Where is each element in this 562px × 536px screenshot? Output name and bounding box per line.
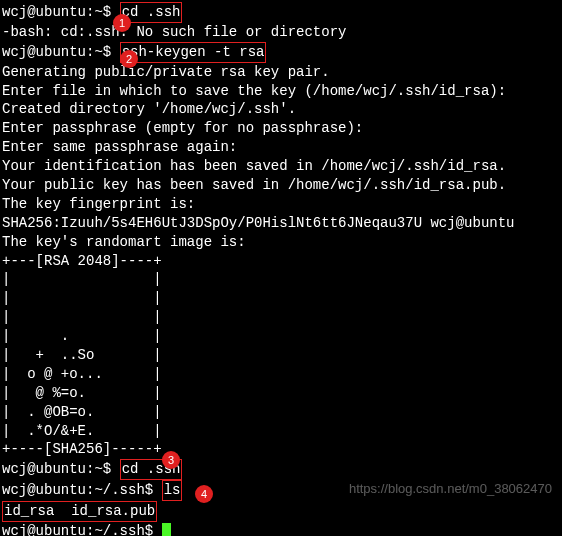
randomart-line: | | xyxy=(2,308,560,327)
prompt: wcj@ubuntu:~/.ssh$ xyxy=(2,523,162,536)
randomart-line: | | xyxy=(2,270,560,289)
randomart-line: | o @ +o... | xyxy=(2,365,560,384)
command-highlight-ls: ls xyxy=(162,480,183,501)
terminal-line: wcj@ubuntu:~$ cd .ssh xyxy=(2,2,560,23)
terminal-output: Generating public/private rsa key pair. xyxy=(2,63,560,82)
output-highlight-keys: id_rsa id_rsa.pub xyxy=(2,501,157,522)
terminal-line: wcj@ubuntu:~$ cd .ssh xyxy=(2,459,560,480)
terminal-output: The key fingerprint is: xyxy=(2,195,560,214)
randomart-line: | .*O/&+E. | xyxy=(2,422,560,441)
terminal-output: id_rsa id_rsa.pub xyxy=(2,501,560,522)
prompt: wcj@ubuntu:~$ xyxy=(2,4,120,20)
randomart-line: | . | xyxy=(2,327,560,346)
randomart-line: | + ..So | xyxy=(2,346,560,365)
terminal-output: Enter file in which to save the key (/ho… xyxy=(2,82,560,101)
randomart-line: | | xyxy=(2,289,560,308)
terminal-line[interactable]: wcj@ubuntu:~/.ssh$ xyxy=(2,522,560,536)
terminal-line: wcj@ubuntu:~/.ssh$ ls xyxy=(2,480,560,501)
terminal-output: -bash: cd:.ssh: No such file or director… xyxy=(2,23,560,42)
randomart-line: +---[RSA 2048]----+ xyxy=(2,252,560,271)
prompt: wcj@ubuntu:~$ xyxy=(2,44,120,60)
terminal-line: wcj@ubuntu:~$ ssh-keygen -t rsa xyxy=(2,42,560,63)
randomart-line: | @ %=o. | xyxy=(2,384,560,403)
terminal-output: Enter same passphrase again: xyxy=(2,138,560,157)
terminal-output: The key's randomart image is: xyxy=(2,233,560,252)
prompt: wcj@ubuntu:~/.ssh$ xyxy=(2,482,162,498)
annotation-badge-1: 1 xyxy=(113,14,131,32)
terminal-output: Enter passphrase (empty for no passphras… xyxy=(2,119,560,138)
annotation-badge-3: 3 xyxy=(162,451,180,469)
command-highlight-ssh-keygen: ssh-keygen -t rsa xyxy=(120,42,267,63)
prompt: wcj@ubuntu:~$ xyxy=(2,461,120,477)
cursor xyxy=(162,523,171,536)
terminal-output: Your public key has been saved in /home/… xyxy=(2,176,560,195)
terminal-output: Your identification has been saved in /h… xyxy=(2,157,560,176)
randomart-line: | . @OB=o. | xyxy=(2,403,560,422)
terminal-output: Created directory '/home/wcj/.ssh'. xyxy=(2,100,560,119)
annotation-badge-4: 4 xyxy=(195,485,213,503)
terminal-output: SHA256:Izuuh/5s4EH6UtJ3DSpOy/P0HislNt6tt… xyxy=(2,214,560,233)
annotation-badge-2: 2 xyxy=(120,50,138,68)
randomart-line: +----[SHA256]-----+ xyxy=(2,440,560,459)
